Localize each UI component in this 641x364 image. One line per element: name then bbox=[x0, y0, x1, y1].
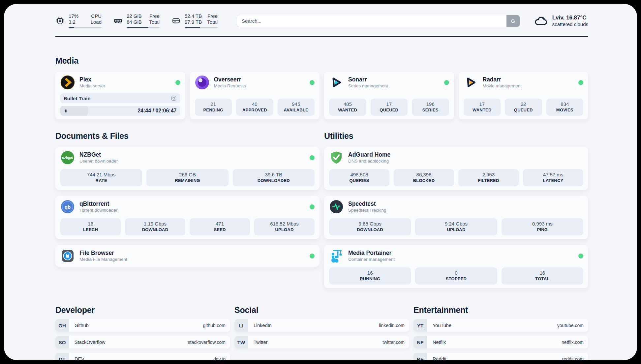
section-title-developer: Developer bbox=[55, 305, 230, 315]
playback-progressbar[interactable]: 24:44 / 02:06:47 bbox=[60, 106, 180, 116]
qbittorrent-icon: qb bbox=[60, 199, 75, 214]
stat-pending: 21PENDING bbox=[195, 99, 232, 116]
search-bar: G bbox=[237, 15, 520, 27]
stat-value: 47.57 ms bbox=[524, 171, 582, 178]
stat-value: 2,953 bbox=[460, 171, 517, 178]
stat-label: DOWNLOADED bbox=[234, 178, 313, 184]
app-name: Sonarr bbox=[348, 76, 388, 83]
app-card-adguard-home[interactable]: AdGuard HomeDNS and adblocking498,508QUE… bbox=[324, 147, 588, 190]
status-dot-online bbox=[578, 254, 583, 258]
stat-value: 618.52 Mbps bbox=[256, 221, 313, 227]
app-subtitle: Usenet downloader bbox=[79, 158, 118, 164]
stats-row: 17WANTED22QUEUED834MOVIES bbox=[464, 94, 584, 116]
cpu-percent: 17% bbox=[69, 13, 78, 19]
documents-cards-stack: nzbgetNZBGetUsenet downloader744.21 Mbps… bbox=[55, 147, 320, 267]
search-engine-button[interactable]: G bbox=[506, 15, 520, 27]
link-url: reddit.com bbox=[562, 356, 584, 360]
search-input[interactable] bbox=[237, 15, 520, 27]
stat-value: 9.24 Gbps bbox=[416, 221, 496, 227]
stat-approved: 40APPROVED bbox=[236, 99, 273, 116]
stat-upload: 9.24 GbpsUPLOAD bbox=[415, 218, 497, 235]
app-card-head: RadarrMovie management bbox=[464, 75, 584, 90]
link-row-twitter[interactable]: TWTwittertwitter.com bbox=[234, 336, 409, 349]
app-titles: SonarrSeries management bbox=[348, 76, 388, 89]
utilities-cards-stack: AdGuard HomeDNS and adblocking498,508QUE… bbox=[324, 147, 588, 288]
app-card-file-browser[interactable]: File BrowserMedia File Management bbox=[55, 245, 320, 267]
app-card-qbittorrent[interactable]: qbqBittorrentTorrent downloader16LEECH1.… bbox=[55, 196, 320, 239]
app-card-sonarr[interactable]: SonarrSeries management485WANTED17QUEUED… bbox=[324, 72, 454, 119]
app-name: File Browser bbox=[79, 249, 127, 257]
stat-value: 0 bbox=[416, 270, 496, 276]
filebrowser-icon bbox=[60, 249, 75, 263]
link-row-github[interactable]: GHGithubgithub.com bbox=[55, 319, 230, 332]
link-name: DEV bbox=[75, 356, 84, 360]
stat-value: 471 bbox=[191, 221, 249, 227]
stat-value: 0.993 ms bbox=[503, 221, 582, 227]
pause-icon[interactable] bbox=[63, 108, 69, 114]
storage-label-top: Free bbox=[207, 13, 218, 19]
status-dot-online bbox=[310, 155, 315, 160]
links-grid: DeveloperGHGithubgithub.comSOStackOverfl… bbox=[55, 305, 588, 360]
screenshot-icon[interactable] bbox=[170, 95, 177, 102]
app-name: Radarr bbox=[483, 76, 522, 83]
stat-value: 17 bbox=[372, 101, 407, 107]
dashboard-panel: 17%CPU 3.2Load 22 GiBFree 64 GiBTotal 52… bbox=[4, 4, 637, 360]
status-dot-online bbox=[310, 80, 315, 85]
link-url: twitter.com bbox=[382, 340, 405, 345]
link-row-stackoverflow[interactable]: SOStackOverflowstackoverflow.com bbox=[55, 336, 230, 349]
storage-stat: 52.4 TBFree 97.9 TBTotal bbox=[171, 13, 218, 28]
stat-seed: 471SEED bbox=[190, 218, 250, 235]
playback-time: 24:44 / 02:06:47 bbox=[137, 108, 180, 114]
stat-download: 1.19 GbpsDOWNLOAD bbox=[125, 218, 185, 235]
memory-stat: 22 GiBFree 64 GiBTotal bbox=[113, 13, 160, 28]
stat-label: QUERIES bbox=[330, 178, 388, 184]
header-divider bbox=[55, 36, 588, 37]
app-card-media-portainer[interactable]: Media PortainerContainer management16RUN… bbox=[324, 245, 588, 288]
ram-icon bbox=[113, 16, 123, 25]
app-card-speedtest[interactable]: SpeedtestSpeedtest Tracking9.65 GbpsDOWN… bbox=[324, 196, 588, 239]
stats-row: 744.21 MbpsRATE266 GBREMAINING39.6 TBDOW… bbox=[60, 165, 315, 186]
stat-latency: 47.57 msLATENCY bbox=[523, 169, 583, 186]
memory-label-bottom: Total bbox=[149, 19, 160, 25]
links-column-developer: DeveloperGHGithubgithub.comSOStackOverfl… bbox=[55, 305, 230, 360]
stat-value: 945 bbox=[279, 101, 314, 107]
app-titles: qBittorrentTorrent downloader bbox=[79, 200, 118, 213]
stats-row: 9.65 GbpsDOWNLOAD9.24 GbpsUPLOAD0.993 ms… bbox=[329, 214, 583, 235]
stat-remaining: 266 GBREMAINING bbox=[146, 169, 228, 186]
link-row-netflix[interactable]: NFNetflixnetflix.com bbox=[413, 336, 588, 349]
app-card-nzbget[interactable]: nzbgetNZBGetUsenet downloader744.21 Mbps… bbox=[55, 147, 320, 190]
app-subtitle: Container management bbox=[348, 257, 395, 262]
stat-queries: 498,508QUERIES bbox=[329, 169, 389, 186]
stat-blocked: 86,396BLOCKED bbox=[394, 169, 454, 186]
stat-available: 945AVAILABLE bbox=[278, 99, 315, 116]
stat-value: 744.21 Mbps bbox=[62, 171, 141, 178]
app-name: NZBGet bbox=[79, 151, 118, 158]
app-titles: SpeedtestSpeedtest Tracking bbox=[348, 200, 386, 213]
links-column-social: SocialLILinkedInlinkedin.comTWTwittertwi… bbox=[234, 305, 409, 360]
link-row-linkedin[interactable]: LILinkedInlinkedin.com bbox=[234, 319, 409, 332]
link-name: YouTube bbox=[433, 323, 451, 328]
stat-label: SEED bbox=[191, 227, 249, 233]
stat-label: WANTED bbox=[465, 107, 500, 113]
portainer-icon bbox=[329, 249, 344, 263]
app-titles: AdGuard HomeDNS and adblocking bbox=[348, 151, 390, 164]
stat-label: MOVIES bbox=[548, 107, 582, 113]
app-subtitle: Series management bbox=[348, 83, 388, 89]
stat-label: PENDING bbox=[196, 107, 231, 113]
app-titles: PlexMedia server bbox=[79, 76, 105, 89]
link-row-dev[interactable]: DTDEVdev.to bbox=[55, 353, 230, 360]
link-row-youtube[interactable]: YTYouTubeyoutube.com bbox=[413, 319, 588, 332]
status-dot-online bbox=[578, 80, 583, 85]
sonarr-icon bbox=[329, 75, 344, 90]
link-badge: GH bbox=[55, 319, 69, 332]
section-title-documents: Documents & Files bbox=[55, 131, 320, 141]
stat-movies: 834MOVIES bbox=[546, 99, 584, 116]
stat-label: RATE bbox=[62, 178, 141, 184]
app-card-plex[interactable]: PlexMedia serverBullet Train24:44 / 02:0… bbox=[55, 72, 185, 119]
link-name: Netflix bbox=[433, 340, 446, 345]
stats-row: 16LEECH1.19 GbpsDOWNLOAD471SEED618.52 Mb… bbox=[60, 214, 315, 235]
app-card-overseerr[interactable]: OverseerrMedia Requests21PENDING40APPROV… bbox=[190, 72, 320, 119]
app-card-radarr[interactable]: RadarrMovie management17WANTED22QUEUED83… bbox=[459, 72, 589, 119]
app-name: AdGuard Home bbox=[348, 151, 390, 158]
link-row-reddit[interactable]: RERedditreddit.com bbox=[413, 353, 588, 360]
